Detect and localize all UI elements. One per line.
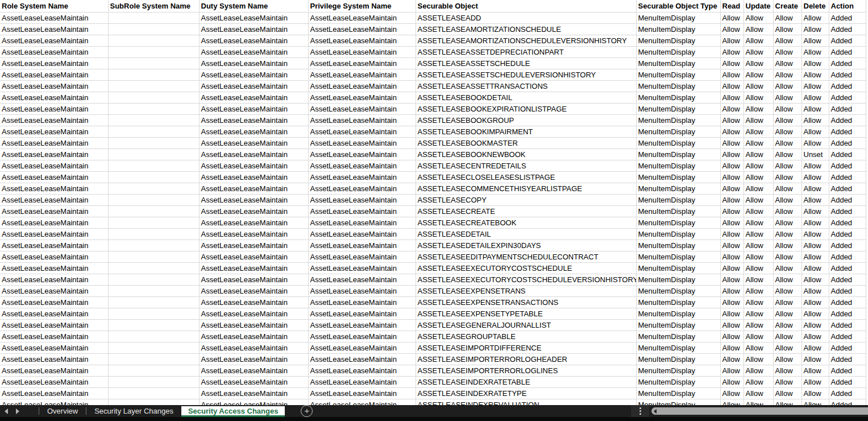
cell-duty[interactable]: AssetLeaseLeaseMaintain xyxy=(199,160,308,171)
cell-securable[interactable]: ASSETLEASEBOOKMASTER xyxy=(416,137,636,148)
cell-update[interactable]: Allow xyxy=(744,228,773,240)
cell-action[interactable]: Added xyxy=(829,376,866,387)
cell-action[interactable]: Added xyxy=(829,319,866,331)
cell-role[interactable]: AssetLeaseLeaseMaintain xyxy=(0,228,108,240)
cell-delete[interactable]: Allow xyxy=(801,46,829,57)
cell-subrole[interactable] xyxy=(108,92,199,103)
cell-create[interactable]: Allow xyxy=(773,46,801,57)
cell-delete[interactable]: Allow xyxy=(801,285,829,296)
cell-securable[interactable]: ASSETLEASECOMMENCETHISYEARLISTPAGE xyxy=(416,183,636,194)
cell-create[interactable]: Allow xyxy=(773,69,801,80)
cell-read[interactable]: Allow xyxy=(720,387,744,399)
cell-delete[interactable]: Allow xyxy=(801,365,829,376)
cell-action[interactable]: Added xyxy=(829,148,866,160)
cell-duty[interactable]: AssetLeaseLeaseMaintain xyxy=(199,274,308,285)
cell-subrole[interactable] xyxy=(108,353,199,365)
column-header-privilege[interactable]: Privilege System Name xyxy=(308,0,416,12)
cell-action[interactable]: Added xyxy=(829,194,866,205)
cell-role[interactable]: AssetLeaseLeaseMaintain xyxy=(0,365,108,376)
cell-securable[interactable]: ASSETLEASEINDEXRATETYPE xyxy=(416,387,636,399)
cell-create[interactable]: Allow xyxy=(773,12,801,23)
cell-subrole[interactable] xyxy=(108,342,199,353)
cell-create[interactable]: Allow xyxy=(773,160,801,171)
cell-securable[interactable]: ASSETLEASEGROUPTABLE xyxy=(416,331,636,342)
cell-type[interactable]: MenuItemDisplay xyxy=(636,376,720,387)
cell-update[interactable]: Allow xyxy=(744,23,773,35)
cell-read[interactable]: Allow xyxy=(720,92,744,103)
column-header-create[interactable]: Create xyxy=(773,0,801,12)
add-sheet-button[interactable]: + xyxy=(301,405,313,417)
cell-subrole[interactable] xyxy=(108,114,199,126)
cell-privilege[interactable]: AssetLeaseLeaseMaintain xyxy=(308,228,416,240)
cell-create[interactable]: Allow xyxy=(773,251,801,262)
cell-create[interactable]: Allow xyxy=(773,80,801,92)
cell-privilege[interactable]: AssetLeaseLeaseMaintain xyxy=(308,57,416,69)
cell-action[interactable]: Added xyxy=(829,274,866,285)
cell-update[interactable]: Allow xyxy=(744,262,773,274)
cell-privilege[interactable]: AssetLeaseLeaseMaintain xyxy=(308,183,416,194)
cell-subrole[interactable] xyxy=(108,228,199,240)
cell-privilege[interactable]: AssetLeaseLeaseMaintain xyxy=(308,308,416,319)
cell-create[interactable]: Allow xyxy=(773,331,801,342)
cell-duty[interactable]: AssetLeaseLeaseMaintain xyxy=(199,387,308,399)
cell-read[interactable]: Allow xyxy=(720,137,744,148)
cell-securable[interactable]: ASSETLEASEAMORTIZATIONSCHEDULEVERSIONHIS… xyxy=(416,35,636,46)
cell-privilege[interactable]: AssetLeaseLeaseMaintain xyxy=(308,274,416,285)
cell-create[interactable]: Allow xyxy=(773,57,801,69)
cell-action[interactable]: Added xyxy=(829,228,866,240)
column-header-read[interactable]: Read xyxy=(720,0,744,12)
cell-create[interactable]: Allow xyxy=(773,365,801,376)
cell-subrole[interactable] xyxy=(108,331,199,342)
cell-create[interactable]: Allow xyxy=(773,171,801,183)
cell-duty[interactable]: AssetLeaseLeaseMaintain xyxy=(199,23,308,35)
cell-securable[interactable]: ASSETLEASEASSETTRANSACTIONS xyxy=(416,80,636,92)
cell-duty[interactable]: AssetLeaseLeaseMaintain xyxy=(199,308,308,319)
cell-privilege[interactable]: AssetLeaseLeaseMaintain xyxy=(308,342,416,353)
cell-update[interactable]: Allow xyxy=(744,365,773,376)
cell-subrole[interactable] xyxy=(108,365,199,376)
cell-role[interactable]: AssetLeaseLeaseMaintain xyxy=(0,69,108,80)
cell-privilege[interactable]: AssetLeaseLeaseMaintain xyxy=(308,12,416,23)
cell-duty[interactable]: AssetLeaseLeaseMaintain xyxy=(199,137,308,148)
cell-type[interactable]: MenuItemDisplay xyxy=(636,23,720,35)
cell-role[interactable]: AssetLeaseLeaseMaintain xyxy=(0,35,108,46)
cell-securable[interactable]: ASSETLEASEIMPORTERRORLOGHEADER xyxy=(416,353,636,365)
cell-update[interactable]: Allow xyxy=(744,103,773,114)
cell-privilege[interactable]: AssetLeaseLeaseMaintain xyxy=(308,35,416,46)
column-header-role[interactable]: Role System Name xyxy=(0,0,108,12)
cell-delete[interactable]: Allow xyxy=(801,69,829,80)
cell-read[interactable]: Allow xyxy=(720,23,744,35)
cell-action[interactable]: Added xyxy=(829,23,866,35)
cell-securable[interactable]: ASSETLEASEINDEXREVALUATION xyxy=(416,399,636,405)
cell-read[interactable]: Allow xyxy=(720,148,744,160)
cell-subrole[interactable] xyxy=(108,23,199,35)
cell-privilege[interactable]: AssetLeaseLeaseMaintain xyxy=(308,387,416,399)
cell-role[interactable]: AssetLeaseLeaseMaintain xyxy=(0,342,108,353)
cell-read[interactable]: Allow xyxy=(720,308,744,319)
cell-privilege[interactable]: AssetLeaseLeaseMaintain xyxy=(308,171,416,183)
cell-delete[interactable]: Allow xyxy=(801,103,829,114)
cell-role[interactable]: AssetLeaseLeaseMaintain xyxy=(0,160,108,171)
cell-create[interactable]: Allow xyxy=(773,319,801,331)
cell-subrole[interactable] xyxy=(108,69,199,80)
cell-duty[interactable]: AssetLeaseLeaseMaintain xyxy=(199,353,308,365)
cell-delete[interactable]: Allow xyxy=(801,137,829,148)
cell-create[interactable]: Allow xyxy=(773,376,801,387)
cell-action[interactable]: Added xyxy=(829,387,866,399)
cell-privilege[interactable]: AssetLeaseLeaseMaintain xyxy=(308,103,416,114)
cell-duty[interactable]: AssetLeaseLeaseMaintain xyxy=(199,228,308,240)
cell-type[interactable]: MenuItemDisplay xyxy=(636,57,720,69)
cell-privilege[interactable]: AssetLeaseLeaseMaintain xyxy=(308,331,416,342)
cell-action[interactable]: Added xyxy=(829,217,866,228)
cell-create[interactable]: Allow xyxy=(773,183,801,194)
cell-read[interactable]: Allow xyxy=(720,376,744,387)
cell-privilege[interactable]: AssetLeaseLeaseMaintain xyxy=(308,365,416,376)
cell-subrole[interactable] xyxy=(108,35,199,46)
scroll-sheets-left-icon[interactable] xyxy=(5,408,8,414)
cell-privilege[interactable]: AssetLeaseLeaseMaintain xyxy=(308,160,416,171)
cell-delete[interactable]: Allow xyxy=(801,296,829,308)
cell-delete[interactable]: Allow xyxy=(801,274,829,285)
cell-securable[interactable]: ASSETLEASECOPY xyxy=(416,194,636,205)
cell-subrole[interactable] xyxy=(108,103,199,114)
cell-action[interactable]: Added xyxy=(829,342,866,353)
